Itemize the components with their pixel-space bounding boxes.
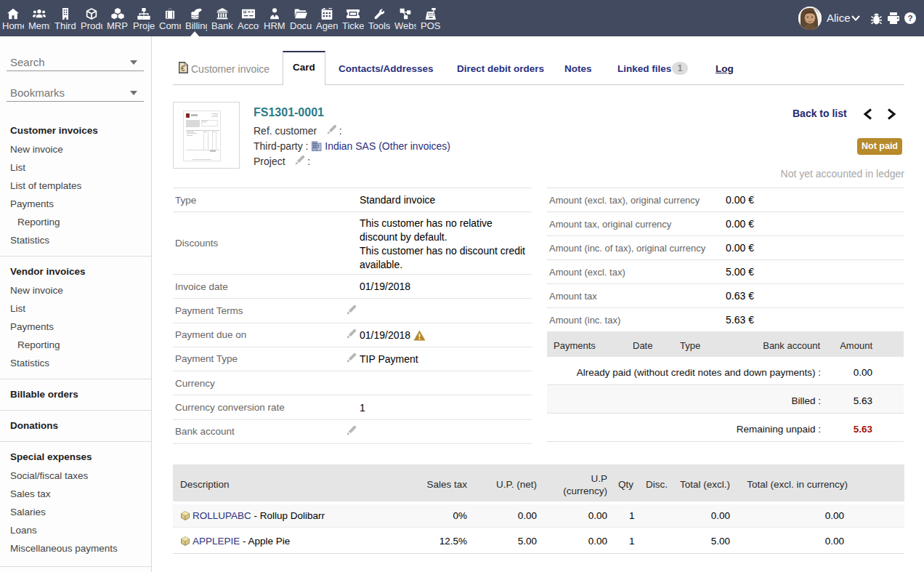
svg-text:?: ? [907, 14, 912, 23]
svg-text:€: € [181, 65, 185, 73]
